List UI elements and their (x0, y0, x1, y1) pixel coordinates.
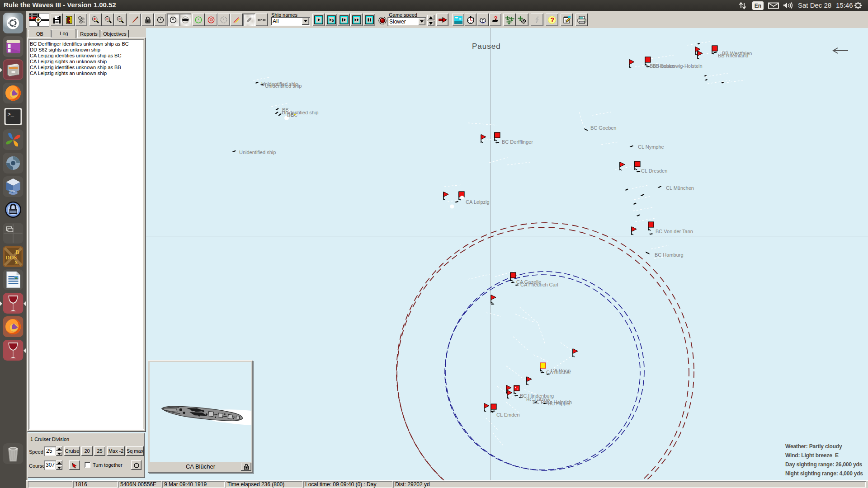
svg-text:BB Schleswig-Holstein: BB Schleswig-Holstein (652, 63, 703, 69)
svg-text:Unidentified ship: Unidentified ship (239, 150, 276, 155)
svg-text:>_: >_ (7, 112, 14, 118)
svg-text:?: ? (494, 15, 497, 22)
svg-text:BC Hamburg: BC Hamburg (655, 252, 684, 258)
svg-text:CA Friedrich Carl: CA Friedrich Carl (520, 282, 558, 287)
svg-text:CL Emden: CL Emden (496, 412, 520, 418)
svg-text:Paused: Paused (472, 42, 501, 51)
svg-text:Night sighting range: 4,000 yd: Night sighting range: 4,000 yds (785, 470, 863, 477)
svg-text:CL München: CL München (666, 185, 694, 191)
svg-text:?: ? (551, 16, 555, 23)
svg-text:5: 5 (331, 18, 334, 23)
svg-text:BC Derfflinger: BC Derfflinger (502, 139, 533, 145)
svg-text:X: X (14, 259, 18, 266)
svg-text:+: + (294, 113, 296, 117)
svg-text:CL Dresden: CL Dresden (641, 168, 667, 174)
svg-text:CA Blücher: CA Blücher (546, 370, 571, 375)
svg-text:CL Nymphe: CL Nymphe (638, 144, 664, 150)
svg-text:BB Rheinland: BB Rheinland (718, 53, 748, 58)
svg-text:Weather: Partly cloudy: Weather: Partly cloudy (785, 443, 842, 450)
svg-text:En: En (755, 3, 761, 9)
svg-text:BC Von der Tann: BC Von der Tann (656, 229, 693, 234)
svg-text:Unidentified ship: Unidentified ship (265, 83, 302, 89)
svg-text:CA Leipzig: CA Leipzig (466, 199, 490, 205)
svg-text:BC Hipper: BC Hipper (548, 401, 571, 406)
svg-text:Day sighting range: 26,000 yds: Day sighting range: 26,000 yds (785, 461, 863, 468)
svg-text:BC Goeben: BC Goeben (590, 125, 616, 131)
svg-text:Wind: Light breeze E: Wind: Light breeze E (785, 452, 839, 459)
